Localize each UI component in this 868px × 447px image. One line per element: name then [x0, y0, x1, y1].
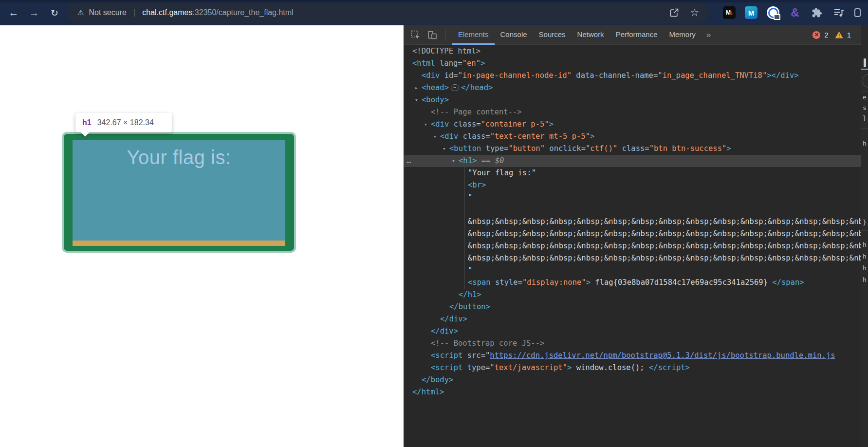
dom-tree-row[interactable]: </button> [404, 301, 861, 313]
dom-tree-row[interactable]: <html lang="en"> [404, 57, 861, 70]
dom-tree-row[interactable]: ▾<div class="container p-5"> [404, 118, 861, 130]
bookmark-star-icon[interactable]: ☆ [690, 7, 699, 19]
tab-performance[interactable]: Performance [610, 25, 664, 45]
toolbar-divider [445, 29, 445, 41]
dom-tree-row[interactable]: <span style="display:none"> flag{03e8ba0… [404, 277, 861, 289]
tab-network[interactable]: Network [572, 25, 610, 45]
dom-tree-row[interactable]: </body> [404, 374, 861, 386]
sidebar-scroll-fragment [864, 58, 866, 67]
dom-tree-row[interactable]: ▾<body> [404, 94, 861, 106]
styles-text-fragment: e [863, 93, 867, 102]
dom-tree-row[interactable]: &nbsp;&nbsp;&nbsp;&nbsp;&nbsp;&nbsp;&nbs… [404, 216, 861, 228]
collapse-arrow-icon[interactable]: ▾ [424, 118, 427, 130]
collapse-arrow-icon[interactable]: ▾ [452, 155, 455, 167]
url-separator: | [133, 8, 135, 18]
dom-tree-row[interactable]: "Your flag is:" [404, 167, 861, 179]
dom-tree-row[interactable]: <div id="in-page-channel-node-id" data-c… [404, 70, 861, 82]
dom-tree-row[interactable]: " [404, 191, 861, 204]
back-arrow-icon: ← [9, 7, 19, 19]
tab-console[interactable]: Console [495, 25, 533, 45]
dom-tree-row[interactable]: &nbsp;&nbsp;&nbsp;&nbsp;&nbsp;&nbsp;&nbs… [404, 240, 861, 252]
dom-tree-row[interactable]: </h1> [404, 289, 861, 301]
extensions-row: M↓ M & [723, 6, 861, 19]
styles-text-fragment: h [863, 276, 867, 284]
lock-icon [774, 14, 780, 20]
more-tabs-icon[interactable]: » [706, 30, 710, 40]
error-icon: ✕ [813, 31, 820, 39]
expand-arrow-icon[interactable]: ▸ [415, 82, 418, 94]
dom-tree-row[interactable]: &nbsp;&nbsp;&nbsp;&nbsp;&nbsp;&nbsp;&nbs… [404, 252, 861, 264]
extensions-puzzle-icon[interactable] [811, 6, 823, 19]
tab-elements[interactable]: Elements [452, 25, 495, 45]
collapse-arrow-icon[interactable]: ▾ [415, 94, 418, 106]
forward-button[interactable]: → [26, 4, 42, 21]
issues-badges[interactable]: ✕ 2 ! 1 [813, 29, 863, 41]
tab-sources[interactable]: Sources [533, 25, 572, 45]
styles-sidebar-sliver[interactable]: es}h}hhhh [861, 25, 868, 447]
dom-tree-row[interactable]: <script type="text/javascript"> window.c… [404, 362, 861, 374]
styles-section-divider [861, 230, 868, 231]
styles-text-fragment: h [863, 241, 867, 249]
dom-tree-row[interactable]: </div> [404, 325, 861, 337]
styles-section-divider [861, 128, 868, 129]
dom-tree-row[interactable]: ▸<head>⋯</head> [404, 82, 861, 94]
dom-tree-row[interactable]: </div> [404, 313, 861, 325]
dom-tree-row[interactable]: <br> [404, 179, 861, 191]
dom-tree-row[interactable]: </html> [404, 386, 861, 398]
back-button[interactable]: ← [5, 4, 22, 21]
dom-tree-row[interactable]: ▾<div class="text-center mt-5 p-5"> [404, 130, 861, 143]
node-options-icon[interactable]: … [406, 155, 411, 167]
side-panel-box [854, 8, 861, 17]
devtools-toolbar: ElementsConsoleSourcesNetworkPerformance… [404, 25, 868, 45]
url-host: chal.ctf.games [142, 8, 192, 17]
share-icon[interactable] [669, 8, 679, 18]
dom-tree-row[interactable]: ▾<button type="button" onclick="ctf()" c… [404, 143, 861, 155]
dom-tree-row[interactable]: &nbsp;&nbsp;&nbsp;&nbsp;&nbsp;&nbsp;&nbs… [404, 228, 861, 240]
screenshot-root: { "browser": { "security_label": "Not se… [0, 0, 868, 447]
styles-text-fragment: s [863, 104, 867, 112]
styles-text-fragment: } [863, 114, 867, 123]
device-toolbar-icon[interactable] [427, 30, 437, 40]
extension-markdown-icon[interactable]: M↓ [723, 6, 736, 19]
margin-overlay-strip [73, 241, 285, 246]
address-bar[interactable]: ⚠ Not secure | chal.ctf.games :32350/cap… [67, 2, 709, 23]
dom-tree-row[interactable] [404, 204, 861, 216]
styles-text-fragment: h [863, 252, 867, 261]
collapse-arrow-icon[interactable]: ▾ [433, 130, 437, 143]
media-queue-icon[interactable] [832, 6, 845, 19]
error-count: 2 [824, 31, 828, 39]
reload-button[interactable]: ↻ [46, 4, 63, 21]
styles-filter-box-fragment[interactable] [863, 74, 868, 88]
flag-button[interactable]: Your flag is: [64, 134, 294, 251]
flag-button-label: Your flag is: [127, 147, 231, 241]
warning-count: 1 [847, 31, 851, 39]
url-path: :32350/capture_the_flag.html [192, 8, 293, 17]
styles-text-fragment: h [863, 264, 867, 273]
dom-tree-row[interactable]: …▾<h1> == $0 [404, 155, 861, 167]
security-label[interactable]: Not secure [89, 8, 126, 17]
styles-text-fragment: } [863, 218, 867, 227]
inspect-tooltip: h1 342.67 × 182.34 [75, 113, 172, 132]
dom-tree-row[interactable]: <script src="https://cdn.jsdelivr.net/np… [404, 350, 861, 362]
extension-ampersand-icon[interactable]: & [789, 6, 801, 19]
side-panel-icon[interactable] [854, 6, 861, 19]
flag-button-focus-ring: Your flag is: [62, 132, 296, 253]
tab-memory[interactable]: Memory [664, 25, 702, 45]
styles-text-fragment: h [863, 139, 867, 148]
dom-tree-row[interactable]: <!-- Bootstrap core JS--> [404, 337, 861, 350]
tooltip-dimensions: 342.67 × 182.34 [97, 118, 154, 127]
browser-toolbar: ← → ↻ ⚠ Not secure | chal.ctf.games :323… [0, 0, 868, 25]
tooltip-tag-name: h1 [82, 118, 92, 127]
collapse-arrow-icon[interactable]: ▾ [443, 143, 446, 155]
not-secure-warning-icon: ⚠ [77, 8, 84, 17]
inspect-element-icon[interactable] [411, 30, 421, 40]
page-viewport: Your flag is: h1 342.67 × 182.34 [0, 25, 404, 447]
dom-tree-row[interactable]: " [404, 264, 861, 277]
h1-inspect-highlight: Your flag is: [73, 140, 285, 241]
dom-tree-row[interactable]: <!-- Page content--> [404, 106, 861, 118]
extension-m-icon[interactable]: M [745, 6, 757, 19]
dom-tree-row[interactable]: <!DOCTYPE html> [404, 45, 861, 57]
indent-guide-line [464, 167, 464, 289]
extension-password-manager-icon[interactable] [767, 6, 779, 19]
elements-dom-tree[interactable]: <!DOCTYPE html><html lang="en"><div id="… [404, 45, 861, 447]
